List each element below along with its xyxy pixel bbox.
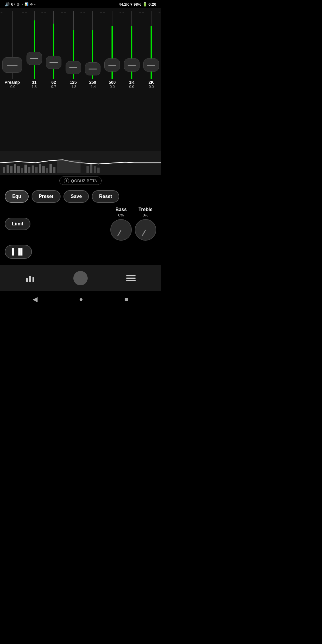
fader-track-62[interactable]: [44, 11, 63, 79]
home-button[interactable]: ●: [79, 295, 83, 303]
band-value-500: 0.0: [109, 85, 116, 89]
nav-play[interactable]: [72, 269, 89, 287]
band-name-1k: 1K: [129, 80, 134, 85]
handle-dash: [69, 67, 78, 68]
fader-track-500[interactable]: [103, 11, 122, 79]
wave-icon: ▌▐▌: [12, 248, 25, 255]
svg-rect-24: [126, 278, 136, 279]
music-icon: ♪: [21, 2, 23, 6]
fader-handle-preamp[interactable]: [2, 57, 22, 73]
clock: 6:26: [148, 2, 156, 7]
status-bar: 🔊 67 ◎ ♪ 📊 ⊙ • 44.1K ▾ 98% 🔋 6:26: [0, 0, 161, 8]
save-button[interactable]: Save: [64, 190, 89, 203]
waveform-area: [0, 151, 161, 175]
reset-button[interactable]: Reset: [92, 190, 119, 203]
svg-rect-4: [17, 166, 20, 173]
fader-handle-250[interactable]: [85, 62, 100, 75]
handle-dash: [49, 62, 58, 63]
controls-row2: Limit Bass 0% Treble 0%: [5, 207, 156, 241]
fader-1k: 1K 0.0: [122, 11, 141, 148]
limit-button[interactable]: Limit: [5, 218, 30, 230]
handle-dash: [7, 65, 17, 66]
preset-button[interactable]: Preset: [32, 190, 61, 203]
svg-rect-8: [32, 165, 34, 173]
svg-rect-19: [97, 168, 100, 173]
svg-rect-3: [14, 164, 16, 173]
recents-icon: ■: [124, 295, 128, 303]
band-name-250: 250: [89, 80, 96, 85]
volume-level: 67: [11, 2, 15, 7]
band-name-62: 62: [51, 80, 56, 85]
waveform-svg: [0, 151, 161, 175]
svg-rect-7: [28, 167, 30, 173]
fader-handle-31[interactable]: [27, 52, 42, 65]
band-name-2k: 2K: [148, 80, 154, 85]
home-icon: ●: [79, 295, 83, 303]
fader-track-125[interactable]: [64, 11, 83, 79]
bass-value: 0%: [118, 213, 124, 217]
controls-row1: Equ Preset Save Reset: [5, 190, 156, 203]
network-speed: 44.1K: [119, 2, 129, 7]
band-name-500: 500: [109, 80, 116, 85]
treble-knob[interactable]: [135, 219, 156, 241]
svg-rect-13: [49, 164, 52, 173]
bass-knob[interactable]: [110, 219, 132, 241]
fader-handle-62[interactable]: [46, 56, 61, 69]
fader-track-preamp[interactable]: [0, 11, 24, 79]
eq-main: Preamp -0.0 31 1.8: [0, 11, 161, 148]
battery-icon: 🔋: [143, 2, 147, 7]
band-value-62: 0.7: [51, 85, 56, 89]
fader-handle-2k[interactable]: [143, 58, 159, 72]
svg-rect-15: [57, 160, 80, 173]
svg-rect-25: [126, 280, 136, 281]
nav-equalizer[interactable]: [24, 272, 37, 284]
treble-value: 0%: [143, 213, 148, 217]
svg-rect-23: [126, 275, 136, 276]
fader-handle-500[interactable]: [104, 58, 120, 72]
svg-rect-20: [26, 278, 28, 282]
qobuz-badge-pill[interactable]: i QOBUZ BÊTA: [59, 177, 102, 185]
treble-knob-indicator: [142, 230, 146, 236]
eq-section: Preamp -0.0 31 1.8: [0, 8, 161, 151]
equ-button[interactable]: Equ: [5, 190, 29, 203]
back-button[interactable]: ◀: [32, 295, 38, 303]
band-value-31: 1.8: [32, 85, 37, 89]
recents-button[interactable]: ■: [124, 295, 128, 303]
handle-dash: [147, 65, 155, 66]
handle-dash: [30, 58, 38, 59]
fader-handle-1k[interactable]: [124, 58, 140, 72]
band-label-1k: 1K 0.0: [129, 79, 134, 148]
band-value-2k: 0.0: [148, 85, 154, 89]
bass-knob-indicator: [117, 230, 122, 236]
faders-row: Preamp -0.0 31 1.8: [0, 11, 161, 148]
fader-500: 500 0.0: [103, 11, 122, 148]
qobuz-badge-container: i QOBUZ BÊTA: [0, 175, 161, 187]
band-value-1k: 0.0: [129, 85, 134, 89]
svg-rect-0: [3, 167, 5, 173]
svg-rect-2: [10, 166, 13, 173]
fader-green-62: [53, 24, 54, 79]
handle-dash: [128, 65, 136, 66]
wave-button[interactable]: ▌▐▌: [5, 245, 32, 259]
fader-track-31[interactable]: [24, 11, 44, 79]
info-icon: i: [64, 178, 69, 183]
circle-icon: ⊙: [30, 2, 33, 6]
equalizer-icon: [25, 274, 35, 282]
status-right: 44.1K ▾ 98% 🔋 6:26: [119, 2, 156, 7]
fader-handle-125[interactable]: [66, 61, 81, 74]
wifi-icon: ▾: [130, 2, 132, 7]
treble-group: Treble 0%: [135, 207, 156, 241]
svg-rect-11: [42, 166, 45, 173]
fader-preamp: Preamp -0.0: [0, 11, 24, 148]
svg-rect-18: [94, 166, 96, 173]
band-name-125: 125: [70, 80, 77, 85]
nav-menu[interactable]: [124, 272, 137, 284]
fader-track-2k[interactable]: [142, 11, 161, 79]
fader-track-1k[interactable]: [122, 11, 141, 79]
band-label-2k: 2K 0.0: [148, 79, 154, 148]
fader-62: 62 0.7: [44, 11, 63, 148]
band-label-250: 250 -1.4: [89, 79, 96, 148]
svg-rect-9: [35, 167, 38, 173]
fader-track-250[interactable]: [83, 11, 102, 79]
svg-rect-14: [53, 167, 55, 173]
